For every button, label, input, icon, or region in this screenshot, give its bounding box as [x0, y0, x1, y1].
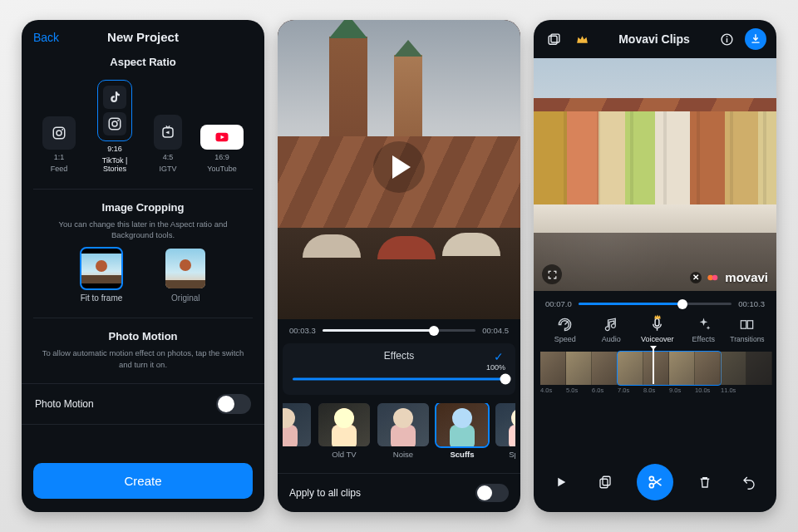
- video-preview[interactable]: ✕ movavi: [534, 58, 776, 291]
- apply-all-row: Apply to all clips: [278, 473, 520, 512]
- image-cropping-help: You can change this later in the Aspect …: [22, 219, 264, 241]
- timeline[interactable]: 4.0s5.0s6.0s7.0s8.0s9.0s10.0s11.0s: [534, 347, 776, 396]
- playhead[interactable]: [653, 348, 654, 384]
- trash-icon: [697, 475, 712, 490]
- igtv-icon: [160, 125, 175, 140]
- app-title: Movavi Clips: [600, 32, 708, 46]
- expand-icon: [547, 269, 558, 280]
- svg-rect-17: [748, 321, 753, 329]
- effect-noise[interactable]: Noise: [377, 403, 429, 459]
- tool-transitions[interactable]: Transitions: [728, 317, 766, 343]
- current-time: 00:03.3: [289, 326, 316, 335]
- projects-button[interactable]: [544, 29, 564, 49]
- fullscreen-button[interactable]: [542, 264, 562, 284]
- back-button[interactable]: Back: [33, 31, 59, 44]
- split-button[interactable]: [637, 464, 673, 500]
- scrubber: 00:07.0 00:10.3: [534, 291, 776, 312]
- instagram-icon: [52, 126, 66, 140]
- sparkle-icon: [696, 317, 712, 332]
- create-button[interactable]: Create: [33, 463, 253, 499]
- effect-item[interactable]: [283, 403, 311, 459]
- watermark-text: movavi: [725, 270, 768, 284]
- svg-rect-11: [726, 38, 727, 42]
- info-icon: [720, 32, 734, 47]
- crop-fit-to-frame[interactable]: Fit to frame: [81, 249, 123, 303]
- selected-clip[interactable]: [618, 352, 721, 385]
- effect-scuffs[interactable]: Scuffs: [436, 403, 488, 459]
- time-ruler: 4.0s5.0s6.0s7.0s8.0s9.0s10.0s11.0s: [534, 385, 776, 394]
- crown-icon: [653, 313, 662, 321]
- aspect-ratio-igtv[interactable]: 4:5 IGTV: [154, 115, 182, 173]
- crop-thumb: [165, 249, 205, 288]
- play-icon: [554, 475, 569, 490]
- effects-list: Old TV Noise Scuffs Sparks: [283, 403, 515, 459]
- effect-intensity-value: 100%: [486, 363, 505, 372]
- aspect-ratio-feed[interactable]: 1:1 Feed: [42, 116, 76, 173]
- download-icon: [750, 33, 761, 45]
- effects-heading: Effects: [384, 350, 414, 362]
- undo-button[interactable]: [736, 470, 761, 495]
- tiktok-icon: [107, 90, 122, 105]
- image-cropping-heading: Image Cropping: [22, 201, 264, 214]
- tool-strip: Speed Audio Voiceover Effects Transition…: [534, 312, 776, 347]
- delete-button[interactable]: [692, 470, 717, 495]
- tool-speed[interactable]: Speed: [544, 317, 587, 343]
- aspect-ratio-options: 1:1 Feed 9:16 TikTok | Stories 4:5 IGTV …: [22, 80, 264, 174]
- photo-motion-toggle[interactable]: [216, 394, 251, 414]
- instagram-icon: [107, 116, 122, 131]
- tool-voiceover[interactable]: Voiceover: [636, 317, 679, 343]
- play-button[interactable]: [549, 470, 574, 495]
- tool-audio[interactable]: Audio: [590, 317, 633, 343]
- effects-panel: Effects ✓ 100%: [283, 343, 515, 395]
- total-time: 00:04.5: [482, 326, 509, 335]
- apply-all-toggle[interactable]: [475, 484, 509, 502]
- aspect-ratio-heading: Aspect Ratio: [22, 56, 264, 68]
- svg-point-14: [712, 274, 718, 280]
- scrubber: 00:03.3 00:04.5: [278, 319, 520, 338]
- duplicate-button[interactable]: [593, 470, 618, 495]
- header: Back New Project: [22, 20, 264, 51]
- photo-motion-help: To allow automatic motion effect on phot…: [22, 347, 264, 370]
- crop-thumb: [81, 249, 121, 288]
- crop-original[interactable]: Original: [165, 249, 205, 303]
- effect-intensity-slider[interactable]: 100%: [293, 373, 505, 385]
- image-cropping-options: Fit to frame Original: [22, 249, 264, 303]
- effect-old-tv[interactable]: Old TV: [318, 403, 370, 459]
- aspect-ratio-tiktok-stories[interactable]: 9:16 TikTok | Stories: [94, 80, 135, 174]
- bottom-toolbar: [534, 456, 776, 512]
- youtube-icon: [214, 130, 229, 145]
- screen-editor: Movavi Clips ✕ movavi 00:07.0 00:10.3 Sp…: [534, 20, 776, 512]
- export-button[interactable]: [745, 28, 766, 50]
- remove-watermark-button[interactable]: ✕: [690, 272, 702, 283]
- svg-rect-16: [741, 321, 746, 329]
- speed-icon: [557, 317, 573, 332]
- aspect-ratio-youtube[interactable]: 16:9 YouTube: [200, 125, 244, 173]
- svg-point-5: [117, 120, 119, 121]
- undo-icon: [741, 475, 756, 490]
- current-time: 00:07.0: [545, 299, 572, 308]
- apply-all-label: Apply to all clips: [289, 487, 361, 499]
- play-button[interactable]: [373, 141, 425, 193]
- page-title: New Project: [107, 30, 179, 44]
- screen-new-project: Back New Project Aspect Ratio 1:1 Feed 9…: [22, 20, 264, 512]
- premium-button[interactable]: [572, 29, 592, 49]
- photo-motion-heading: Photo Motion: [22, 330, 264, 342]
- info-button[interactable]: [717, 29, 736, 49]
- progress-track[interactable]: [323, 329, 476, 332]
- progress-track[interactable]: [579, 303, 732, 305]
- video-preview[interactable]: [278, 20, 520, 319]
- tool-effects[interactable]: Effects: [682, 317, 726, 343]
- scissors-icon: [647, 474, 663, 490]
- stack-icon: [547, 32, 561, 47]
- screen-effects: 00:03.3 00:04.5 Effects ✓ 100% Old TV No…: [278, 20, 520, 512]
- crown-icon: [575, 32, 589, 47]
- confirm-effects-button[interactable]: ✓: [494, 350, 504, 363]
- effect-sparks[interactable]: Sparks: [495, 403, 515, 459]
- svg-point-4: [112, 121, 117, 126]
- transition-icon: [739, 317, 755, 332]
- top-bar: Movavi Clips: [534, 20, 776, 58]
- music-icon: [603, 317, 619, 332]
- photo-motion-row: Photo Motion: [22, 383, 264, 425]
- total-time: 00:10.3: [738, 299, 765, 308]
- svg-rect-18: [600, 479, 608, 488]
